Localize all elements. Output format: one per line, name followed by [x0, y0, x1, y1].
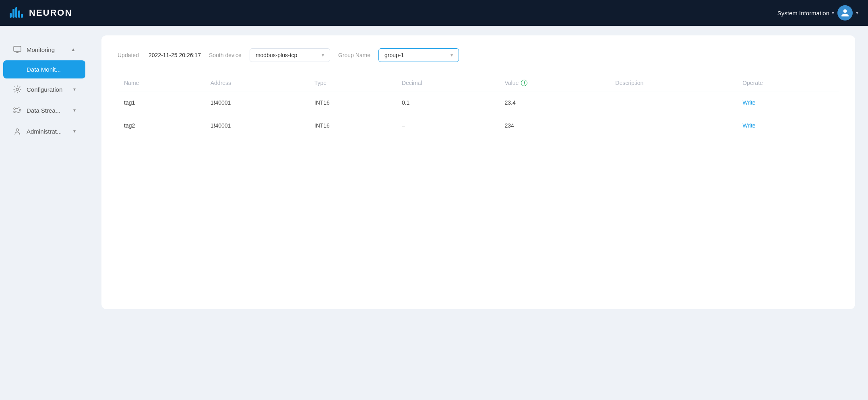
- cell-description-0: [609, 91, 736, 114]
- data-table: Name Address Type Decimal Value i Descri…: [118, 75, 839, 137]
- value-info-icon: i: [521, 80, 527, 86]
- cell-type-0: INT16: [308, 91, 395, 114]
- avatar[interactable]: [837, 5, 853, 21]
- svg-point-11: [19, 109, 21, 111]
- group-name-chevron-icon: ▾: [451, 52, 453, 58]
- sidebar-item-configuration[interactable]: Configuration ▾: [3, 79, 85, 99]
- sidebar-item-administration[interactable]: Administrat... ▾: [3, 121, 85, 141]
- cell-operate-1: Write: [736, 114, 839, 137]
- logo-area: NEURON: [10, 6, 72, 19]
- cell-address-1: 1!40001: [204, 114, 308, 137]
- config-label: Configuration: [27, 86, 68, 93]
- stream-icon: [13, 106, 22, 115]
- col-header-address: Address: [204, 75, 308, 91]
- layout: Monitoring ▲ Data Monit... Configuration…: [0, 26, 868, 400]
- user-icon: [841, 8, 849, 17]
- main-content: Updated 2022-11-25 20:26:17 South device…: [89, 26, 868, 400]
- system-info-button[interactable]: System Information ▾: [777, 10, 834, 16]
- sidebar: Monitoring ▲ Data Monit... Configuration…: [0, 26, 89, 400]
- updated-value: 2022-11-25 20:26:17: [149, 52, 201, 58]
- header-right: System Information ▾ ▾: [777, 5, 858, 21]
- cell-name-0: tag1: [118, 91, 204, 114]
- logo-icon: [10, 6, 25, 19]
- monitoring-chevron-icon: ▲: [71, 47, 76, 52]
- value-col-text: Value: [505, 80, 519, 86]
- svg-point-12: [16, 129, 19, 131]
- logo-text: NEURON: [29, 8, 72, 18]
- data-monitor-label: Data Monit...: [13, 66, 76, 73]
- cell-value-1: 234: [498, 114, 609, 137]
- cell-decimal-0: 0.1: [395, 91, 498, 114]
- group-name-value: group-1: [384, 52, 447, 58]
- monitoring-label: Monitoring: [27, 46, 66, 53]
- col-header-name: Name: [118, 75, 204, 91]
- col-header-decimal: Decimal: [395, 75, 498, 91]
- header: NEURON System Information ▾ ▾: [0, 0, 868, 26]
- filter-bar: Updated 2022-11-25 20:26:17 South device…: [118, 48, 839, 62]
- svg-rect-2: [15, 7, 17, 18]
- cell-name-1: tag2: [118, 114, 204, 137]
- group-name-select[interactable]: group-1 ▾: [378, 48, 459, 62]
- table-header-row: Name Address Type Decimal Value i Descri…: [118, 75, 839, 91]
- south-device-select[interactable]: modbus-plus-tcp ▾: [250, 48, 330, 62]
- col-header-description: Description: [609, 75, 736, 91]
- admin-icon: [13, 127, 22, 136]
- sidebar-item-data-stream[interactable]: Data Strea... ▾: [3, 100, 85, 120]
- svg-rect-4: [21, 14, 23, 18]
- svg-rect-3: [18, 10, 20, 18]
- avatar-chevron-icon: ▾: [856, 10, 858, 16]
- write-button-0[interactable]: Write: [742, 99, 755, 106]
- col-header-operate: Operate: [736, 75, 839, 91]
- group-name-label: Group Name: [338, 52, 370, 58]
- sidebar-item-monitoring[interactable]: Monitoring ▲: [3, 39, 85, 60]
- south-device-chevron-icon: ▾: [322, 52, 324, 58]
- system-info-label: System Information: [777, 10, 829, 16]
- svg-rect-0: [10, 13, 12, 18]
- svg-rect-5: [14, 46, 21, 52]
- admin-label: Administrat...: [27, 128, 68, 135]
- stream-label: Data Strea...: [27, 107, 68, 114]
- table-row: tag2 1!40001 INT16 – 234 Write: [118, 114, 839, 137]
- sidebar-item-data-monitor[interactable]: Data Monit...: [3, 60, 85, 78]
- config-icon: [13, 85, 22, 94]
- table-row: tag1 1!40001 INT16 0.1 23.4 Write: [118, 91, 839, 114]
- cell-type-1: INT16: [308, 114, 395, 137]
- svg-point-8: [16, 88, 19, 91]
- cell-value-0: 23.4: [498, 91, 609, 114]
- col-header-value: Value i: [498, 75, 609, 91]
- cell-decimal-1: –: [395, 114, 498, 137]
- svg-rect-1: [12, 9, 14, 18]
- system-info-chevron-icon: ▾: [832, 10, 834, 16]
- admin-chevron-icon: ▾: [73, 128, 76, 134]
- col-header-type: Type: [308, 75, 395, 91]
- updated-label: Updated: [118, 52, 139, 58]
- stream-chevron-icon: ▾: [73, 107, 76, 113]
- config-chevron-icon: ▾: [73, 87, 76, 92]
- south-device-label: South device: [209, 52, 242, 58]
- monitor-icon: [13, 45, 22, 54]
- write-button-1[interactable]: Write: [742, 122, 755, 129]
- cell-description-1: [609, 114, 736, 137]
- content-card: Updated 2022-11-25 20:26:17 South device…: [101, 35, 855, 309]
- cell-operate-0: Write: [736, 91, 839, 114]
- cell-address-0: 1!40001: [204, 91, 308, 114]
- south-device-value: modbus-plus-tcp: [256, 52, 318, 58]
